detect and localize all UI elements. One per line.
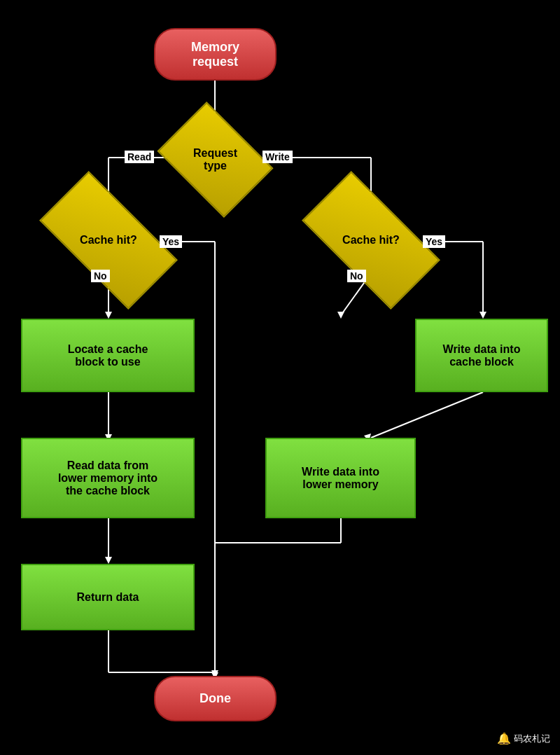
write-data-cache-node: Write data into cache block [415, 319, 548, 392]
write-data-lower-node: Write data into lower memory [265, 438, 416, 518]
watermark-icon: 🔔 [497, 732, 511, 745]
read-data-lower-node: Read data from lower memory into the cac… [21, 438, 195, 518]
request-type-node: Request type [168, 125, 262, 195]
yes-right-label: Yes [423, 235, 445, 248]
svg-marker-9 [105, 312, 112, 319]
done-node: Done [154, 676, 276, 721]
yes-left-label: Yes [160, 235, 182, 248]
svg-marker-13 [337, 312, 344, 319]
svg-marker-22 [105, 557, 112, 564]
write-label: Write [262, 151, 293, 163]
no-right-label: No [347, 270, 366, 282]
memory-request-node: Memory request [154, 28, 276, 81]
no-left-label: No [91, 270, 110, 282]
svg-marker-16 [479, 312, 486, 319]
watermark: 🔔 码农札记 [497, 732, 550, 745]
read-label: Read [125, 151, 154, 163]
cache-hit-read-node: Cache hit? [46, 205, 172, 275]
flowchart: Memory request Request type Cache hit? C… [0, 0, 560, 755]
locate-cache-block-node: Locate a cache block to use [21, 319, 195, 392]
watermark-text: 码农札记 [514, 733, 550, 745]
return-data-node: Return data [21, 564, 195, 630]
svg-line-19 [371, 392, 483, 438]
cache-hit-write-node: Cache hit? [308, 205, 434, 275]
